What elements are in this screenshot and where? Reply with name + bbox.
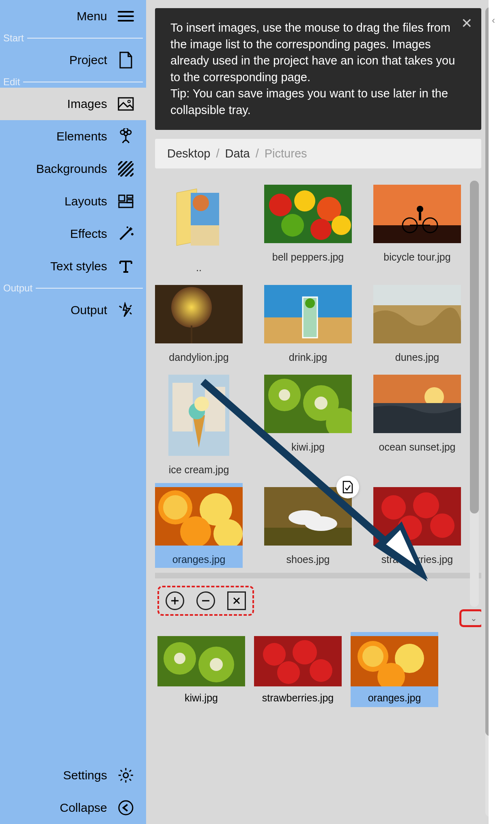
chevron-left-icon[interactable]: ‹ [492,15,495,26]
image-icon [117,95,135,113]
tray-divider[interactable] [155,573,481,578]
folder-up[interactable]: .. [155,181,243,276]
sidebar-item-project[interactable]: Project [0,44,146,76]
svg-point-78 [398,516,422,540]
file-ocean-sunset[interactable]: ocean sunset.jpg [373,371,461,478]
sidebar-label-settings: Settings [4,768,107,782]
svg-line-22 [130,313,131,314]
sidebar-item-effects[interactable]: Effects [0,218,146,250]
svg-rect-49 [373,285,461,305]
menu-button[interactable]: Menu [0,0,146,32]
sidebar-item-elements[interactable]: Elements [0,120,146,153]
tray-item-oranges[interactable]: oranges.jpg [351,632,438,707]
flower-icon [117,127,135,145]
sidebar-item-settings[interactable]: Settings [0,759,146,792]
file-dunes[interactable]: dunes.jpg [373,281,461,366]
svg-point-29 [269,194,292,216]
file-name: dunes.jpg [395,352,439,363]
section-edit: Edit [0,76,146,88]
svg-point-58 [279,389,290,401]
svg-point-33 [310,219,332,240]
breadcrumb-pictures: Pictures [265,147,307,160]
svg-point-24 [119,801,133,815]
file-drink[interactable]: drink.jpg [264,281,352,366]
hatch-icon [117,160,135,178]
sidebar-label-collapse: Collapse [4,801,107,815]
highlight-tray-tools [157,586,254,616]
sidebar-item-output[interactable]: Output [0,294,146,326]
svg-point-94 [310,659,332,682]
svg-point-93 [277,661,300,684]
tip-text: To insert images, use the mouse to drag … [170,21,455,116]
section-start: Start [0,32,146,44]
chevron-left-circle-icon [117,799,135,817]
file-kiwi[interactable]: kiwi.jpg [264,371,352,478]
svg-point-67 [163,495,187,520]
svg-rect-26 [191,225,219,246]
file-oranges[interactable]: oranges.jpg [155,483,243,568]
tray-item-kiwi[interactable]: kiwi.jpg [157,632,245,707]
breadcrumb-data[interactable]: Data [225,147,250,160]
file-name: bell peppers.jpg [272,251,344,263]
svg-point-4 [128,100,130,103]
file-ice-cream[interactable]: ice cream.jpg [155,371,243,478]
svg-point-77 [413,492,439,518]
sidebar-item-text-styles[interactable]: Text styles [0,250,146,283]
section-output: Output [0,283,146,294]
used-in-page-icon[interactable] [336,476,359,498]
clear-button[interactable] [227,591,246,610]
file-strawberries[interactable]: strawberries.jpg [373,483,461,568]
svg-line-20 [119,306,122,308]
breadcrumb-desktop[interactable]: Desktop [167,147,210,160]
svg-rect-16 [127,195,133,198]
svg-line-9 [118,161,122,165]
file-bell-peppers[interactable]: bell peppers.jpg [264,181,352,276]
svg-point-8 [124,128,128,132]
sidebar-label-effects: Effects [4,227,107,241]
svg-rect-62 [373,375,461,403]
document-icon [117,51,135,69]
sidebar: Menu Start Project Edit Images Elements [0,0,146,824]
svg-point-30 [294,190,315,211]
chevron-down-icon[interactable]: ⌄ [470,613,477,623]
sidebar-item-collapse[interactable]: Collapse [0,792,146,824]
tip-banner: To insert images, use the mouse to drag … [155,8,481,130]
file-name: ocean sunset.jpg [379,441,455,453]
svg-rect-3 [118,98,133,110]
file-name: oranges.jpg [172,554,226,565]
sidebar-item-images[interactable]: Images [0,88,146,120]
file-name: strawberries.jpg [381,554,453,565]
sidebar-label-backgrounds: Backgrounds [4,162,107,176]
svg-point-43 [171,287,212,328]
tray-item-strawberries[interactable]: strawberries.jpg [254,632,342,707]
svg-rect-41 [419,212,421,220]
tray-name: oranges.jpg [368,692,421,707]
svg-rect-15 [119,195,125,201]
file-shoes[interactable]: shoes.jpg [264,483,352,568]
sidebar-label-output: Output [4,303,107,317]
file-bicycle-tour[interactable]: bicycle tour.jpg [373,181,461,276]
file-dandylion[interactable]: dandylion.jpg [155,281,243,366]
svg-point-55 [194,397,209,411]
add-button[interactable] [166,591,184,610]
svg-line-19 [120,230,130,239]
breadcrumb-sep: / [256,147,259,160]
svg-point-89 [210,658,223,671]
sidebar-item-backgrounds[interactable]: Backgrounds [0,153,146,185]
sidebar-label-layouts: Layouts [4,194,107,208]
sidebar-item-layouts[interactable]: Layouts [0,185,146,218]
layout-icon [117,192,135,210]
close-icon[interactable]: ✕ [461,14,472,33]
svg-point-76 [381,495,406,520]
remove-button[interactable] [196,591,215,610]
svg-point-48 [305,298,315,308]
breadcrumb-sep: / [216,147,219,160]
svg-rect-72 [264,528,352,546]
svg-line-10 [118,161,127,170]
svg-line-14 [130,173,134,177]
sidebar-label-project: Project [4,53,107,67]
svg-rect-18 [119,203,133,207]
svg-point-79 [430,513,454,538]
file-scrollbar[interactable] [470,181,479,607]
gear-icon [117,766,135,784]
